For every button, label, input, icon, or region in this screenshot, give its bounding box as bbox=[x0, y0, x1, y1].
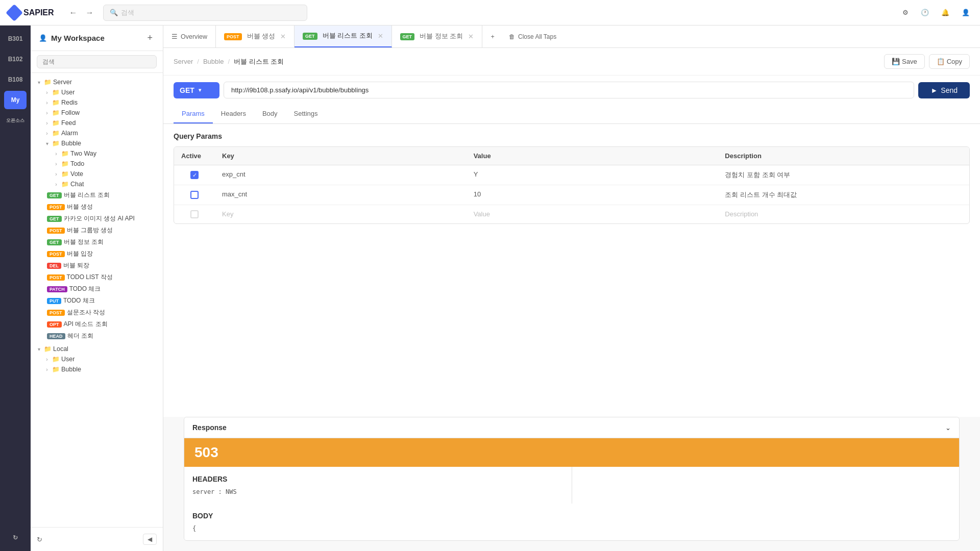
folder-label: User bbox=[61, 89, 159, 96]
workspace-tab-open[interactable]: 오픈소스 bbox=[4, 111, 27, 130]
workspace-tab-B301[interactable]: B301 bbox=[4, 30, 27, 48]
folder-icon: 📁 bbox=[52, 89, 60, 96]
checkbox-1[interactable]: ✓ bbox=[190, 171, 199, 179]
desc-cell-3[interactable]: Description bbox=[718, 205, 969, 223]
user-icon[interactable]: 👤 bbox=[960, 7, 972, 18]
folder-icon: 📁 bbox=[52, 99, 60, 106]
tab-label: 버블 리스트 조회 bbox=[323, 32, 373, 40]
panel-divider bbox=[572, 467, 572, 504]
endpoint-todo-check-patch[interactable]: PATCH TODO 체크 bbox=[31, 283, 163, 295]
tab-body[interactable]: Body bbox=[254, 105, 286, 123]
endpoint-todo-list[interactable]: POST TODO LIST 작성 bbox=[31, 271, 163, 283]
forward-button[interactable]: → bbox=[83, 6, 97, 19]
close-icon[interactable]: ✕ bbox=[378, 32, 383, 40]
bell-icon[interactable]: 🔔 bbox=[939, 7, 951, 18]
value-cell-2[interactable]: 10 bbox=[467, 185, 718, 205]
tree-folder-bubble[interactable]: ▾ 📁 Bubble bbox=[31, 138, 163, 148]
folder-icon: 📁 bbox=[52, 356, 60, 363]
copy-button[interactable]: 📋 Copy bbox=[929, 54, 970, 69]
endpoint-survey[interactable]: POST 설문조사 작성 bbox=[31, 307, 163, 318]
tree-folder-feed[interactable]: › 📁 Feed bbox=[31, 118, 163, 128]
chevron-right-icon: › bbox=[52, 161, 60, 167]
tab-settings[interactable]: Settings bbox=[286, 105, 326, 123]
endpoint-bubble-info[interactable]: GET 버블 정보 조회 bbox=[31, 236, 163, 248]
tree-folder-follow[interactable]: › 📁 Follow bbox=[31, 108, 163, 118]
workspace-tab-My[interactable]: My bbox=[4, 91, 27, 109]
tab-overview[interactable]: ☰ Overview bbox=[163, 26, 216, 47]
url-input[interactable] bbox=[224, 82, 914, 98]
checkbox-2[interactable] bbox=[190, 191, 199, 199]
endpoint-kakao-ai[interactable]: GET 카카오 이미지 생성 AI API bbox=[31, 213, 163, 224]
endpoint-bubble-create[interactable]: POST 버블 생성 bbox=[31, 201, 163, 213]
tab-bubble-create[interactable]: POST 버블 생성 ✕ bbox=[216, 26, 295, 47]
tree-folder-local-bubble[interactable]: › 📁 Bubble bbox=[31, 364, 163, 374]
back-button[interactable]: ← bbox=[66, 6, 81, 19]
workspace-tab-refresh[interactable]: ↻ bbox=[4, 529, 27, 547]
close-icon[interactable]: ✕ bbox=[280, 33, 286, 40]
tree-folder-two-way[interactable]: › 📁 Two Way bbox=[31, 148, 163, 159]
endpoint-bubble-enter[interactable]: POST 버블 입장 bbox=[31, 248, 163, 260]
workspace-tab-B108[interactable]: B108 bbox=[4, 70, 27, 89]
folder-icon: 📁 bbox=[61, 160, 69, 167]
endpoint-todo-check-put[interactable]: PUT TODO 체크 bbox=[31, 295, 163, 307]
collapse-button[interactable]: ◀ bbox=[143, 534, 157, 545]
chevron-right-icon: › bbox=[52, 171, 60, 177]
refresh-icon[interactable]: ↻ bbox=[37, 536, 42, 543]
post-badge: POST bbox=[47, 310, 65, 316]
endpoint-label: 버블 정보 조회 bbox=[64, 238, 104, 246]
tab-bubble-list[interactable]: GET 버블 리스트 조회 ✕ bbox=[295, 26, 391, 47]
params-table: Active Key Value Description ✓ exp_cnt bbox=[174, 146, 970, 224]
endpoint-bubble-group[interactable]: POST 버블 그룹방 생성 bbox=[31, 224, 163, 236]
key-cell-2[interactable]: max_cnt bbox=[215, 185, 467, 205]
folder-label: Bubble bbox=[61, 140, 159, 147]
tree-folder-vote[interactable]: › 📁 Vote bbox=[31, 169, 163, 179]
body-title: BODY bbox=[192, 512, 564, 520]
headers-panel: HEADERS server : NWS bbox=[184, 467, 572, 504]
response-header[interactable]: Response ⌄ bbox=[184, 417, 959, 438]
tree-folder-local[interactable]: ▾ 📁 Local bbox=[31, 344, 163, 354]
endpoint-bubble-list[interactable]: GET 버블 리스트 조회 bbox=[31, 189, 163, 201]
tree-folder-todo[interactable]: › 📁 Todo bbox=[31, 159, 163, 169]
tab-label: Overview bbox=[181, 33, 207, 40]
endpoint-api-method[interactable]: OPT API 메소드 조회 bbox=[31, 318, 163, 330]
key-cell-3[interactable]: Key bbox=[215, 205, 467, 223]
checkbox-3[interactable] bbox=[190, 210, 199, 218]
tree-folder-server[interactable]: ▾ 📁 Server bbox=[31, 77, 163, 87]
tab-params[interactable]: Params bbox=[174, 105, 213, 123]
close-icon[interactable]: ✕ bbox=[468, 33, 474, 40]
settings-icon[interactable]: ⚙ bbox=[900, 7, 911, 18]
folder-label: User bbox=[61, 356, 159, 363]
add-button[interactable]: + bbox=[145, 32, 155, 44]
tree-folder-alarm[interactable]: › 📁 Alarm bbox=[31, 128, 163, 138]
tree-folder-chat[interactable]: › 📁 Chat bbox=[31, 179, 163, 189]
method-select[interactable]: GET ▾ bbox=[174, 82, 219, 98]
chevron-right-icon: › bbox=[43, 110, 51, 116]
key-cell-1[interactable]: exp_cnt bbox=[215, 165, 467, 185]
tree-folder-redis[interactable]: › 📁 Redis bbox=[31, 97, 163, 108]
method-label: GET bbox=[180, 86, 194, 94]
value-cell-3[interactable]: Value bbox=[467, 205, 718, 223]
desc-cell-1: 경험치 포함 조회 여부 bbox=[718, 165, 969, 185]
history-icon[interactable]: 🕐 bbox=[919, 7, 931, 18]
send-button[interactable]: ► Send bbox=[918, 82, 970, 98]
endpoint-bubble-leave[interactable]: DEL 버블 퇴장 bbox=[31, 260, 163, 271]
headers-title: HEADERS bbox=[192, 475, 564, 483]
tree-folder-user[interactable]: › 📁 User bbox=[31, 87, 163, 97]
endpoint-header-check[interactable]: HEAD 헤더 조회 bbox=[31, 330, 163, 342]
table-row: Key Value Description bbox=[174, 205, 969, 223]
tab-label: 버블 정보 조회 bbox=[420, 32, 463, 41]
endpoint-label: 헤더 조회 bbox=[67, 332, 93, 340]
body-content: { bbox=[192, 525, 564, 532]
close-all-tabs[interactable]: 🗑 Close All Taps bbox=[503, 26, 562, 47]
header-server-value: NWS bbox=[226, 488, 237, 495]
sidebar-search-input[interactable] bbox=[37, 55, 157, 68]
tree-folder-local-user[interactable]: › 📁 User bbox=[31, 354, 163, 364]
chevron-right-icon: › bbox=[52, 151, 60, 157]
tab-bubble-info[interactable]: GET 버블 정보 조회 ✕ bbox=[392, 26, 482, 47]
save-button[interactable]: 💾 Save bbox=[884, 54, 925, 69]
workspace-tab-B102[interactable]: B102 bbox=[4, 50, 27, 68]
value-cell-1[interactable]: Y bbox=[467, 165, 718, 185]
tab-headers[interactable]: Headers bbox=[213, 105, 254, 123]
global-search[interactable]: 🔍 검색 bbox=[103, 5, 307, 21]
tab-add-button[interactable]: + bbox=[482, 26, 503, 47]
